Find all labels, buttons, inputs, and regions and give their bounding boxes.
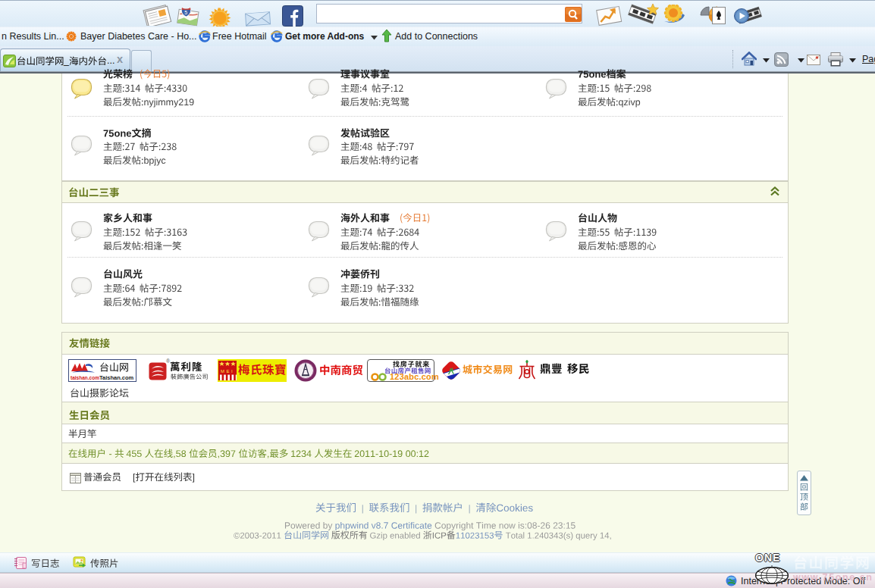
svg-text:MEI: MEI <box>221 369 234 374</box>
svg-text:5: 5 <box>184 10 187 15</box>
